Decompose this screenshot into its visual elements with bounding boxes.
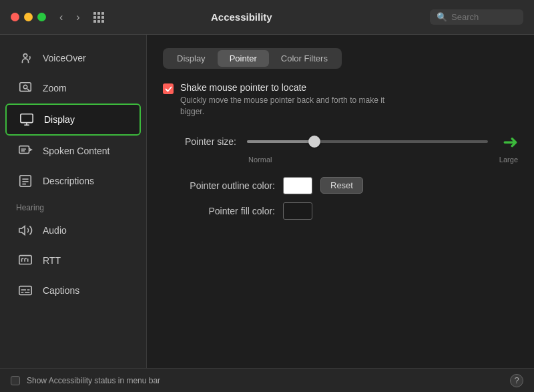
- svg-rect-10: [20, 176, 31, 187]
- display-icon: [17, 110, 36, 129]
- bottom-bar: Show Accessibility status in menu bar ?: [0, 368, 534, 392]
- maximize-button[interactable]: [37, 13, 46, 21]
- audio-icon: [16, 221, 35, 240]
- content-area: Display Pointer Color Filters Shake mous…: [147, 35, 534, 368]
- tab-bar: Display Pointer Color Filters: [163, 48, 342, 69]
- pointer-outline-swatch[interactable]: [283, 177, 312, 194]
- close-button[interactable]: [11, 13, 19, 21]
- window-title: Accessibility: [61, 11, 422, 23]
- hearing-section-label: Hearing: [0, 196, 146, 215]
- checkmark-icon: [165, 85, 172, 93]
- shake-pointer-title: Shake mouse pointer to locate: [180, 82, 394, 93]
- sidebar-item-spoken-content[interactable]: Spoken Content: [5, 136, 141, 166]
- svg-point-0: [23, 54, 27, 58]
- search-input[interactable]: [451, 12, 517, 22]
- traffic-lights: [11, 13, 46, 21]
- sidebar-item-label: RTT: [43, 255, 61, 266]
- sidebar-item-label: Captions: [43, 285, 79, 296]
- sidebar-item-display[interactable]: Display: [5, 104, 141, 136]
- pointer-outline-label: Pointer outline color:: [163, 180, 275, 191]
- sidebar-item-label: Spoken Content: [43, 146, 109, 156]
- slider-max-label: Large: [499, 156, 518, 164]
- sidebar-item-label: Zoom: [43, 83, 67, 93]
- tab-pointer[interactable]: Pointer: [218, 50, 269, 67]
- sidebar: VoiceOver Zoom Display: [0, 35, 147, 368]
- svg-point-2: [23, 85, 27, 89]
- zoom-icon: [16, 79, 35, 97]
- captions-icon: [16, 281, 35, 300]
- sidebar-item-label: VoiceOver: [43, 53, 86, 63]
- slider-track: [247, 140, 488, 143]
- pointer-outline-row: Pointer outline color: Reset: [163, 177, 518, 194]
- slider-range-labels: Normal Large: [248, 156, 518, 164]
- sidebar-item-label: Descriptions: [43, 176, 94, 186]
- search-icon: 🔍: [437, 12, 447, 22]
- minimize-button[interactable]: [24, 13, 33, 21]
- sidebar-item-label: Display: [44, 114, 75, 125]
- reset-button[interactable]: Reset: [320, 177, 363, 194]
- svg-rect-1: [20, 83, 31, 91]
- voiceover-icon: [16, 49, 35, 67]
- pointer-size-section: Pointer size: ➜ Normal Large: [163, 131, 518, 164]
- svg-rect-21: [19, 286, 31, 295]
- svg-rect-4: [21, 114, 33, 123]
- shake-pointer-checkbox[interactable]: [163, 83, 174, 94]
- tab-display[interactable]: Display: [165, 50, 218, 67]
- shake-pointer-description: Quickly move the mouse pointer back and …: [180, 95, 394, 118]
- pointer-fill-label: Pointer fill color:: [163, 206, 275, 216]
- status-label: Show Accessibility status in menu bar: [27, 376, 160, 385]
- shake-pointer-labels: Shake mouse pointer to locate Quickly mo…: [180, 82, 394, 118]
- pointer-size-label: Pointer size:: [163, 136, 236, 147]
- main-layout: VoiceOver Zoom Display: [0, 35, 534, 368]
- search-box[interactable]: 🔍: [430, 9, 523, 25]
- pointer-size-row: Pointer size: ➜: [163, 131, 518, 153]
- descriptions-icon: [16, 172, 35, 190]
- sidebar-item-captions[interactable]: Captions: [5, 276, 141, 305]
- svg-rect-7: [19, 146, 29, 154]
- svg-marker-14: [19, 226, 25, 235]
- tab-color-filters[interactable]: Color Filters: [269, 50, 340, 67]
- sidebar-item-descriptions[interactable]: Descriptions: [5, 166, 141, 196]
- sidebar-item-voiceover[interactable]: VoiceOver: [5, 43, 141, 73]
- pointer-fill-row: Pointer fill color:: [163, 202, 518, 220]
- arrow-icon: ➜: [503, 131, 518, 153]
- rtt-icon: [16, 251, 35, 270]
- sidebar-item-rtt[interactable]: RTT: [5, 246, 141, 275]
- shake-pointer-row: Shake mouse pointer to locate Quickly mo…: [163, 82, 518, 118]
- help-button[interactable]: ?: [510, 374, 523, 387]
- sidebar-item-zoom[interactable]: Zoom: [5, 73, 141, 103]
- titlebar: ‹ › Accessibility 🔍: [0, 0, 534, 35]
- pointer-fill-swatch[interactable]: [283, 202, 312, 220]
- sidebar-item-label: Audio: [43, 225, 67, 236]
- pointer-size-slider-container: [247, 140, 488, 143]
- spoken-content-icon: [16, 142, 35, 160]
- slider-thumb[interactable]: [308, 136, 320, 148]
- slider-min-label: Normal: [248, 156, 272, 164]
- status-checkbox[interactable]: [11, 376, 20, 385]
- sidebar-item-audio[interactable]: Audio: [5, 216, 141, 245]
- svg-rect-15: [19, 256, 31, 264]
